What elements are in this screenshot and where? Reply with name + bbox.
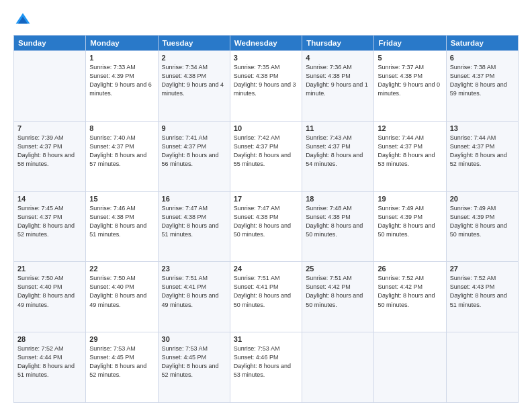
day-number: 24 xyxy=(234,265,298,273)
day-cell: 21Sunrise: 7:50 AMSunset: 4:40 PMDayligh… xyxy=(14,262,86,332)
day-number: 20 xyxy=(450,195,515,203)
day-number: 27 xyxy=(450,265,515,273)
week-row-3: 14Sunrise: 7:45 AMSunset: 4:37 PMDayligh… xyxy=(14,191,519,262)
day-info: Sunrise: 7:36 AMSunset: 4:38 PMDaylight:… xyxy=(306,63,370,98)
day-cell: 25Sunrise: 7:51 AMSunset: 4:42 PMDayligh… xyxy=(302,262,374,332)
day-number: 16 xyxy=(162,195,226,203)
day-cell: 30Sunrise: 7:53 AMSunset: 4:45 PMDayligh… xyxy=(158,332,230,403)
day-number: 1 xyxy=(89,54,154,62)
day-number: 19 xyxy=(378,195,442,203)
day-info: Sunrise: 7:37 AMSunset: 4:38 PMDaylight:… xyxy=(378,63,442,98)
day-info: Sunrise: 7:52 AMSunset: 4:44 PMDaylight:… xyxy=(17,345,82,379)
day-cell: 15Sunrise: 7:46 AMSunset: 4:38 PMDayligh… xyxy=(86,191,158,262)
day-number: 11 xyxy=(306,124,370,132)
day-number: 17 xyxy=(234,195,298,203)
day-number: 26 xyxy=(378,265,442,273)
day-cell: 14Sunrise: 7:45 AMSunset: 4:37 PMDayligh… xyxy=(14,191,86,262)
day-cell: 20Sunrise: 7:49 AMSunset: 4:39 PMDayligh… xyxy=(446,191,518,262)
day-cell: 1Sunrise: 7:33 AMSunset: 4:39 PMDaylight… xyxy=(86,51,158,122)
day-cell: 19Sunrise: 7:49 AMSunset: 4:39 PMDayligh… xyxy=(374,191,446,262)
day-number: 31 xyxy=(234,335,298,343)
header xyxy=(13,11,519,30)
day-cell: 27Sunrise: 7:52 AMSunset: 4:43 PMDayligh… xyxy=(446,262,518,332)
weekday-header-sunday: Sunday xyxy=(14,36,86,51)
day-cell: 18Sunrise: 7:48 AMSunset: 4:38 PMDayligh… xyxy=(302,191,374,262)
day-info: Sunrise: 7:47 AMSunset: 4:38 PMDaylight:… xyxy=(162,204,226,239)
day-info: Sunrise: 7:44 AMSunset: 4:37 PMDaylight:… xyxy=(378,134,442,169)
day-info: Sunrise: 7:53 AMSunset: 4:45 PMDaylight:… xyxy=(162,345,226,379)
day-info: Sunrise: 7:43 AMSunset: 4:37 PMDaylight:… xyxy=(306,134,370,169)
day-info: Sunrise: 7:34 AMSunset: 4:38 PMDaylight:… xyxy=(162,63,226,98)
day-info: Sunrise: 7:35 AMSunset: 4:38 PMDaylight:… xyxy=(234,63,298,98)
page: SundayMondayTuesdayWednesdayThursdayFrid… xyxy=(0,0,532,411)
day-number: 8 xyxy=(89,124,154,132)
day-number: 4 xyxy=(306,54,370,62)
day-number: 15 xyxy=(89,195,154,203)
day-number: 12 xyxy=(378,124,442,132)
day-info: Sunrise: 7:53 AMSunset: 4:45 PMDaylight:… xyxy=(89,345,154,379)
day-info: Sunrise: 7:45 AMSunset: 4:37 PMDaylight:… xyxy=(17,204,82,239)
weekday-header-row: SundayMondayTuesdayWednesdayThursdayFrid… xyxy=(14,36,519,51)
day-cell: 8Sunrise: 7:40 AMSunset: 4:37 PMDaylight… xyxy=(86,121,158,191)
day-cell: 22Sunrise: 7:50 AMSunset: 4:40 PMDayligh… xyxy=(86,262,158,332)
weekday-header-wednesday: Wednesday xyxy=(230,36,302,51)
day-cell: 23Sunrise: 7:51 AMSunset: 4:41 PMDayligh… xyxy=(158,262,230,332)
day-info: Sunrise: 7:51 AMSunset: 4:41 PMDaylight:… xyxy=(234,274,298,309)
day-number: 7 xyxy=(17,124,82,132)
day-info: Sunrise: 7:51 AMSunset: 4:41 PMDaylight:… xyxy=(162,274,226,309)
week-row-2: 7Sunrise: 7:39 AMSunset: 4:37 PMDaylight… xyxy=(14,121,519,191)
day-number: 9 xyxy=(162,124,226,132)
day-number: 10 xyxy=(234,124,298,132)
week-row-4: 21Sunrise: 7:50 AMSunset: 4:40 PMDayligh… xyxy=(14,262,519,332)
day-cell: 29Sunrise: 7:53 AMSunset: 4:45 PMDayligh… xyxy=(86,332,158,403)
day-info: Sunrise: 7:41 AMSunset: 4:37 PMDaylight:… xyxy=(162,134,226,169)
weekday-header-tuesday: Tuesday xyxy=(158,36,230,51)
day-cell: 5Sunrise: 7:37 AMSunset: 4:38 PMDaylight… xyxy=(374,51,446,122)
day-info: Sunrise: 7:39 AMSunset: 4:37 PMDaylight:… xyxy=(17,134,82,169)
day-number: 25 xyxy=(306,265,370,273)
day-cell: 11Sunrise: 7:43 AMSunset: 4:37 PMDayligh… xyxy=(302,121,374,191)
day-info: Sunrise: 7:46 AMSunset: 4:38 PMDaylight:… xyxy=(89,204,154,239)
day-info: Sunrise: 7:49 AMSunset: 4:39 PMDaylight:… xyxy=(450,204,515,239)
day-info: Sunrise: 7:44 AMSunset: 4:37 PMDaylight:… xyxy=(450,134,515,169)
day-cell: 17Sunrise: 7:47 AMSunset: 4:38 PMDayligh… xyxy=(230,191,302,262)
day-cell: 28Sunrise: 7:52 AMSunset: 4:44 PMDayligh… xyxy=(14,332,86,403)
day-number: 28 xyxy=(17,335,82,343)
day-cell: 12Sunrise: 7:44 AMSunset: 4:37 PMDayligh… xyxy=(374,121,446,191)
day-number: 30 xyxy=(162,335,226,343)
logo xyxy=(13,11,35,30)
logo-icon xyxy=(13,11,32,30)
weekday-header-friday: Friday xyxy=(374,36,446,51)
day-info: Sunrise: 7:38 AMSunset: 4:37 PMDaylight:… xyxy=(450,63,515,98)
weekday-header-saturday: Saturday xyxy=(446,36,518,51)
day-number: 6 xyxy=(450,54,515,62)
day-cell: 13Sunrise: 7:44 AMSunset: 4:37 PMDayligh… xyxy=(446,121,518,191)
day-cell: 31Sunrise: 7:53 AMSunset: 4:46 PMDayligh… xyxy=(230,332,302,403)
day-cell: 3Sunrise: 7:35 AMSunset: 4:38 PMDaylight… xyxy=(230,51,302,122)
day-info: Sunrise: 7:47 AMSunset: 4:38 PMDaylight:… xyxy=(234,204,298,239)
day-info: Sunrise: 7:52 AMSunset: 4:42 PMDaylight:… xyxy=(378,274,442,309)
day-info: Sunrise: 7:51 AMSunset: 4:42 PMDaylight:… xyxy=(306,274,370,309)
day-number: 14 xyxy=(17,195,82,203)
day-cell: 24Sunrise: 7:51 AMSunset: 4:41 PMDayligh… xyxy=(230,262,302,332)
day-info: Sunrise: 7:49 AMSunset: 4:39 PMDaylight:… xyxy=(378,204,442,239)
day-info: Sunrise: 7:52 AMSunset: 4:43 PMDaylight:… xyxy=(450,274,515,309)
day-number: 29 xyxy=(89,335,154,343)
day-number: 23 xyxy=(162,265,226,273)
day-cell: 9Sunrise: 7:41 AMSunset: 4:37 PMDaylight… xyxy=(158,121,230,191)
weekday-header-monday: Monday xyxy=(86,36,158,51)
day-cell: 2Sunrise: 7:34 AMSunset: 4:38 PMDaylight… xyxy=(158,51,230,122)
week-row-5: 28Sunrise: 7:52 AMSunset: 4:44 PMDayligh… xyxy=(14,332,519,403)
day-number: 18 xyxy=(306,195,370,203)
weekday-header-thursday: Thursday xyxy=(302,36,374,51)
day-number: 2 xyxy=(162,54,226,62)
day-info: Sunrise: 7:53 AMSunset: 4:46 PMDaylight:… xyxy=(234,345,298,379)
day-cell: 4Sunrise: 7:36 AMSunset: 4:38 PMDaylight… xyxy=(302,51,374,122)
day-info: Sunrise: 7:48 AMSunset: 4:38 PMDaylight:… xyxy=(306,204,370,239)
day-cell xyxy=(302,332,374,403)
day-cell xyxy=(374,332,446,403)
day-number: 3 xyxy=(234,54,298,62)
day-number: 21 xyxy=(17,265,82,273)
day-number: 5 xyxy=(378,54,442,62)
day-info: Sunrise: 7:50 AMSunset: 4:40 PMDaylight:… xyxy=(89,274,154,309)
